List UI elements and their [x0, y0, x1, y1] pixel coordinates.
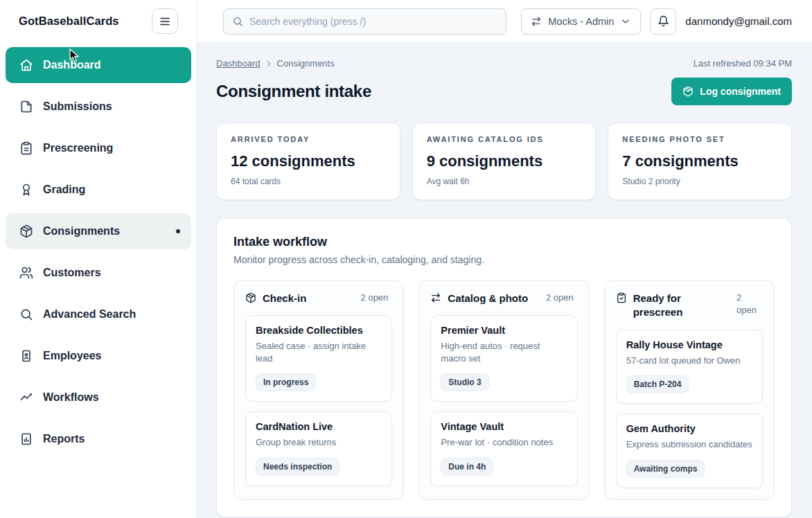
sidebar-toggle-button[interactable] [152, 8, 178, 34]
consignment-card-gem-authority[interactable]: Gem Authority Express submission candida… [616, 413, 763, 488]
file-chart-icon [19, 432, 33, 446]
consignment-card-premier-vault[interactable]: Premier Vault High-end autos · request m… [430, 315, 577, 402]
package-icon [19, 224, 33, 238]
stat-sub: 64 total cards [231, 177, 386, 186]
consignment-name: Breakside Collectibles [256, 325, 382, 336]
sidebar-item-workflows[interactable]: Workflows [6, 379, 191, 416]
column-count: 2 open [736, 292, 763, 316]
breadcrumb: Dashboard Consignments [216, 58, 335, 69]
intake-workflow-panel: Intake workflow Monitor progress across … [216, 218, 792, 517]
page-header: Consignment intake Log consignment [216, 78, 792, 105]
stat-label: NEEDING PHOTO SET [622, 135, 777, 143]
main-content: Dashboard Consignments Last refreshed 09… [197, 43, 812, 518]
consignment-card-breakside-collectibles[interactable]: Breakside Collectibles Sealed case · ass… [245, 315, 392, 402]
breadcrumb-row: Dashboard Consignments Last refreshed 09… [216, 58, 792, 69]
sidebar-item-label: Workflows [43, 391, 99, 404]
log-consignment-button[interactable]: Log consignment [671, 78, 792, 105]
sidebar-item-reports[interactable]: Reports [6, 421, 191, 457]
sidebar-item-dashboard[interactable]: Dashboard [6, 47, 191, 83]
package-icon [245, 292, 256, 303]
search-input[interactable] [249, 16, 497, 27]
chevron-right-icon [264, 59, 274, 69]
status-badge: Studio 3 [441, 373, 488, 391]
menu-icon [159, 15, 171, 28]
sidebar-item-label: Prescreening [43, 142, 113, 154]
notification-dot [176, 229, 180, 233]
consignment-desc: 57-card lot queued for Owen [626, 355, 752, 367]
sidebar-item-label: Customers [43, 267, 101, 279]
stat-value: 9 consignments [427, 152, 582, 170]
sidebar-item-label: Submissions [43, 100, 112, 113]
sidebar-item-prescreening[interactable]: Prescreening [6, 130, 191, 166]
sidebar-item-label: Grading [43, 184, 85, 196]
users-icon [19, 266, 33, 280]
stat-sub: Studio 2 priority [622, 177, 777, 186]
column-count: 2 open [361, 292, 393, 304]
column-title: Catalog & photo [448, 292, 528, 305]
log-consignment-label: Log consignment [700, 86, 781, 97]
consignment-name: Premier Vault [441, 325, 567, 336]
notifications-button[interactable] [650, 8, 676, 35]
breadcrumb-dashboard[interactable]: Dashboard [216, 58, 261, 69]
id-badge-icon [19, 349, 33, 363]
consignment-card-rally-house-vintage[interactable]: Rally House Vintage 57-card lot queued f… [616, 330, 763, 404]
status-badge: Awaiting comps [626, 460, 705, 478]
trend-line-icon [19, 391, 33, 404]
package-icon [682, 86, 694, 97]
column-title: Ready for prescreen [633, 292, 697, 320]
sidebar-item-submissions[interactable]: Submissions [6, 89, 191, 125]
sidebar-nav: Dashboard Submissions Prescreening Gradi… [0, 43, 197, 457]
environment-switcher[interactable]: Mocks - Admin [521, 8, 641, 35]
status-badge: Due in 4h [441, 458, 493, 476]
search-box [223, 8, 506, 35]
user-email[interactable]: danmondy@gmail.com [685, 15, 792, 27]
sidebar-item-customers[interactable]: Customers [6, 255, 191, 291]
workflow-subtitle: Monitor progress across check-in, catalo… [233, 254, 775, 265]
sidebar-item-label: Reports [43, 433, 85, 445]
column-header: Ready for prescreen 2 open [616, 292, 763, 320]
status-badge: Batch P-204 [626, 375, 689, 393]
award-icon [19, 183, 33, 197]
workflow-column-ready-for-prescreen: Ready for prescreen 2 open Rally House V… [604, 280, 775, 500]
workflow-columns: Check-in 2 open Breakside Collectibles S… [233, 280, 775, 500]
sidebar-header: GotBaseballCards [0, 0, 197, 43]
stats-row: ARRIVED TODAY 12 consignments 64 total c… [216, 123, 792, 200]
consignment-card-vintage-vault[interactable]: Vintage Vault Pre-war lot · condition no… [430, 411, 577, 486]
consignment-name: Vintage Vault [441, 421, 567, 432]
column-count: 2 open [546, 292, 578, 304]
consignment-desc: High-end autos · request macro set [441, 340, 567, 364]
breadcrumb-consignments: Consignments [277, 58, 335, 69]
sidebar-item-grading[interactable]: Grading [6, 172, 191, 208]
search-icon [232, 16, 243, 27]
search-icon [19, 307, 33, 321]
consignment-card-cardnation-live[interactable]: CardNation Live Group break returns Need… [245, 411, 392, 486]
sidebar-item-advanced-search[interactable]: Advanced Search [6, 296, 191, 332]
column-header: Check-in 2 open [245, 292, 392, 305]
sidebar-item-label: Employees [43, 350, 101, 362]
consignment-name: Gem Authority [626, 423, 752, 434]
consignment-desc: Sealed case · assign intake lead [256, 340, 382, 364]
workflow-title: Intake workflow [233, 235, 775, 249]
stat-label: ARRIVED TODAY [231, 135, 386, 143]
stat-sub: Avg wait 6h [427, 177, 582, 186]
home-icon [19, 58, 33, 72]
workflow-column-catalog-photo: Catalog & photo 2 open Premier Vault Hig… [418, 280, 589, 500]
shuffle-icon [430, 292, 441, 303]
swap-icon [531, 16, 542, 27]
column-header: Catalog & photo 2 open [430, 292, 577, 305]
sidebar-item-consignments[interactable]: Consignments [6, 213, 191, 249]
last-refreshed: Last refreshed 09:34 PM [694, 58, 792, 69]
app-logo[interactable]: GotBaseballCards [19, 15, 119, 28]
sidebar-item-employees[interactable]: Employees [6, 338, 191, 374]
clipboard-check-icon [616, 292, 627, 303]
bell-icon [657, 15, 669, 27]
stat-card-awaiting-catalog-ids: AWAITING CATALOG IDS 9 consignments Avg … [412, 123, 597, 200]
status-badge: Needs inspection [256, 458, 339, 476]
stat-card-needing-photo-set: NEEDING PHOTO SET 7 consignments Studio … [608, 123, 792, 200]
stat-card-arrived-today: ARRIVED TODAY 12 consignments 64 total c… [216, 123, 400, 200]
sidebar-item-label: Consignments [43, 225, 120, 238]
topbar-right: Mocks - Admin danmondy@gmail.com [521, 8, 792, 35]
sidebar-item-label: Advanced Search [43, 308, 136, 321]
stat-value: 7 consignments [622, 152, 777, 170]
app-root: GotBaseballCards Dashboard Submissions [0, 0, 812, 518]
